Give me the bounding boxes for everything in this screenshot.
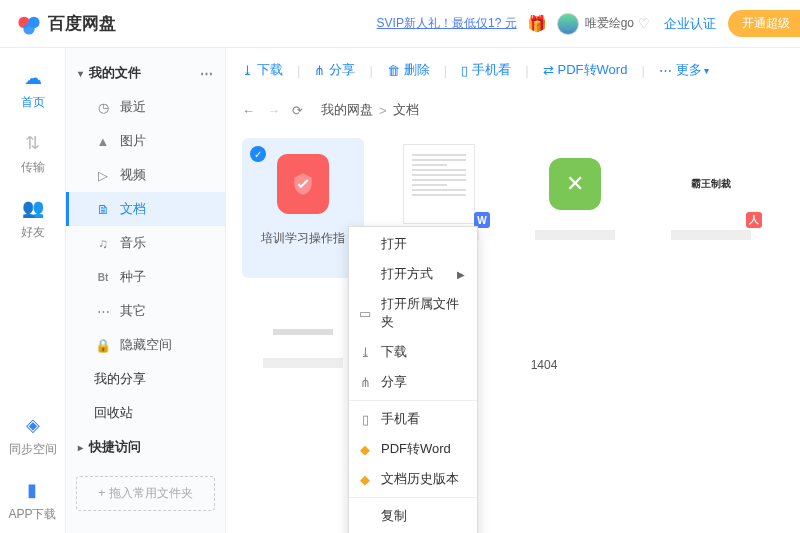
heart-icon[interactable]: ♡ bbox=[638, 16, 650, 31]
sidebar-item-video[interactable]: ▷视频 bbox=[66, 158, 225, 192]
sidebar-item-other[interactable]: ⋯其它 bbox=[66, 294, 225, 328]
nav-transfer[interactable]: ⇅ 传输 bbox=[21, 131, 45, 176]
cm-pdf-to-word[interactable]: ◆PDF转Word bbox=[349, 434, 477, 464]
header: 百度网盘 SVIP新人礼！最低仅1? 元 🎁 唯爱绘go ♡ 企业认证 开通超级 bbox=[0, 0, 800, 48]
drag-folder-hint[interactable]: + 拖入常用文件夹 bbox=[76, 476, 215, 511]
sidebar-item-images[interactable]: ▲图片 bbox=[66, 124, 225, 158]
excel-icon: ✕ bbox=[549, 158, 601, 210]
mobile-icon: ▯ bbox=[357, 412, 373, 427]
file-name: 1404 bbox=[489, 358, 599, 372]
text-thumbnail: 霸王制裁 bbox=[675, 144, 747, 224]
breadcrumb-current[interactable]: 文档 bbox=[393, 101, 419, 119]
mobile-icon: ▯ bbox=[461, 63, 468, 78]
sidebar: ▾ 我的文件 ⋯ ◷最近 ▲图片 ▷视频 🗎文档 ♫音乐 Bt种子 ⋯其它 🔒隐… bbox=[66, 48, 226, 533]
cloud-icon: ☁ bbox=[21, 66, 45, 90]
nav-home[interactable]: ☁ 首页 bbox=[21, 66, 45, 111]
file-item[interactable]: ✕ bbox=[514, 138, 636, 278]
sidebar-item-recent[interactable]: ◷最近 bbox=[66, 90, 225, 124]
sidebar-item-torrent[interactable]: Bt种子 bbox=[66, 260, 225, 294]
cm-copy[interactable]: 复制 bbox=[349, 501, 477, 531]
pdf-badge: 人 bbox=[746, 212, 762, 228]
nav-refresh-button[interactable]: ⟳ bbox=[292, 103, 303, 118]
file-name bbox=[535, 230, 615, 240]
file-name bbox=[263, 358, 343, 368]
chevron-right-icon: ▸ bbox=[78, 442, 83, 453]
more-icon: ⋯ bbox=[659, 63, 672, 78]
download-icon: ⤓ bbox=[242, 63, 253, 78]
sidebar-item-docs[interactable]: 🗎文档 bbox=[66, 192, 225, 226]
cm-mobile[interactable]: ▯手机看 bbox=[349, 404, 477, 434]
chevron-down-icon: ▾ bbox=[704, 65, 709, 76]
more-button[interactable]: ⋯更多▾ bbox=[659, 61, 709, 79]
music-icon: ♫ bbox=[94, 236, 112, 251]
file-name: 培训学习操作指 bbox=[248, 230, 358, 247]
baidu-cloud-icon bbox=[16, 11, 42, 37]
file-name bbox=[671, 230, 751, 240]
doc-icon: 🗎 bbox=[94, 202, 112, 217]
cm-open-with[interactable]: 打开方式▶ bbox=[349, 259, 477, 289]
sidebar-recycle[interactable]: 回收站 bbox=[66, 396, 225, 430]
sidebar-my-share[interactable]: 我的分享 bbox=[66, 362, 225, 396]
trash-icon: 🗑 bbox=[387, 63, 400, 78]
cm-download[interactable]: ⤓下载 bbox=[349, 337, 477, 367]
content: ⤓下载 | ⋔分享 | 🗑删除 | ▯手机看 | ⇄PDF转Word | ⋯更多… bbox=[226, 48, 800, 533]
svg-point-2 bbox=[23, 23, 34, 34]
separator bbox=[349, 400, 477, 401]
convert-icon: ⇄ bbox=[543, 63, 554, 78]
doc-thumbnail bbox=[403, 144, 475, 224]
sidebar-item-music[interactable]: ♫音乐 bbox=[66, 226, 225, 260]
file-item[interactable]: ✓ 培训学习操作指 bbox=[242, 138, 364, 278]
gift-icon[interactable]: 🎁 bbox=[527, 14, 547, 33]
cm-open-folder[interactable]: ▭打开所属文件夹 bbox=[349, 289, 477, 337]
nav-rail: ☁ 首页 ⇅ 传输 👥 好友 ◈ 同步空间 ▮ APP下载 bbox=[0, 48, 66, 533]
cm-share[interactable]: ⋔分享 bbox=[349, 367, 477, 397]
cm-history[interactable]: ◆文档历史版本 bbox=[349, 464, 477, 494]
more-icon[interactable]: ⋯ bbox=[200, 66, 213, 81]
share-icon: ⋔ bbox=[314, 63, 325, 78]
app-logo[interactable]: 百度网盘 bbox=[16, 11, 116, 37]
avatar[interactable] bbox=[557, 13, 579, 35]
file-item[interactable]: 霸王制裁 人 bbox=[650, 138, 772, 278]
toolbar: ⤓下载 | ⋔分享 | 🗑删除 | ▯手机看 | ⇄PDF转Word | ⋯更多… bbox=[226, 48, 800, 92]
breadcrumb: ← → ⟳ 我的网盘 > 文档 bbox=[226, 92, 800, 128]
breadcrumb-root[interactable]: 我的网盘 bbox=[321, 101, 373, 119]
username[interactable]: 唯爱绘go bbox=[585, 15, 634, 32]
upgrade-button[interactable]: 开通超级 bbox=[728, 10, 800, 37]
context-menu: 打开 打开方式▶ ▭打开所属文件夹 ⤓下载 ⋔分享 ▯手机看 ◆PDF转Word… bbox=[348, 226, 478, 533]
lock-icon: 🔒 bbox=[94, 338, 112, 353]
mobile-icon: ▮ bbox=[20, 478, 44, 502]
nav-back-button[interactable]: ← bbox=[242, 103, 255, 118]
app-name: 百度网盘 bbox=[48, 12, 116, 35]
nav-sync[interactable]: ◈ 同步空间 bbox=[9, 413, 57, 458]
chevron-right-icon: ▶ bbox=[457, 269, 465, 280]
folder-icon: ▭ bbox=[357, 306, 373, 321]
nav-forward-button[interactable]: → bbox=[267, 103, 280, 118]
download-icon: ⤓ bbox=[357, 345, 373, 360]
separator bbox=[349, 497, 477, 498]
chevron-down-icon: ▾ bbox=[78, 68, 83, 79]
file-item[interactable] bbox=[242, 296, 364, 396]
enterprise-link[interactable]: 企业认证 bbox=[664, 15, 716, 33]
sidebar-my-files[interactable]: ▾ 我的文件 ⋯ bbox=[66, 56, 225, 90]
vip-icon: ◆ bbox=[357, 472, 373, 487]
sidebar-quick-access[interactable]: ▸ 快捷访问 bbox=[66, 430, 225, 464]
share-icon: ⋔ bbox=[357, 375, 373, 390]
sync-icon: ◈ bbox=[21, 413, 45, 437]
pdf-icon bbox=[277, 154, 329, 214]
promo-link[interactable]: SVIP新人礼！最低仅1? 元 bbox=[377, 15, 517, 32]
vip-icon: ◆ bbox=[357, 442, 373, 457]
download-button[interactable]: ⤓下载 bbox=[242, 61, 283, 79]
delete-button[interactable]: 🗑删除 bbox=[387, 61, 430, 79]
other-icon: ⋯ bbox=[94, 304, 112, 319]
nav-friends[interactable]: 👥 好友 bbox=[21, 196, 45, 241]
file-grid: ✓ 培训学习操作指 W ✕ 霸王制裁 人 bbox=[226, 128, 800, 533]
share-button[interactable]: ⋔分享 bbox=[314, 61, 355, 79]
bt-icon: Bt bbox=[94, 272, 112, 283]
mobile-view-button[interactable]: ▯手机看 bbox=[461, 61, 511, 79]
video-icon: ▷ bbox=[94, 168, 112, 183]
pdf-to-word-button[interactable]: ⇄PDF转Word bbox=[543, 61, 628, 79]
cm-open[interactable]: 打开 bbox=[349, 229, 477, 259]
sidebar-item-hidden[interactable]: 🔒隐藏空间 bbox=[66, 328, 225, 362]
file-item[interactable]: 1404 bbox=[514, 296, 574, 396]
nav-app-download[interactable]: ▮ APP下载 bbox=[8, 478, 56, 523]
